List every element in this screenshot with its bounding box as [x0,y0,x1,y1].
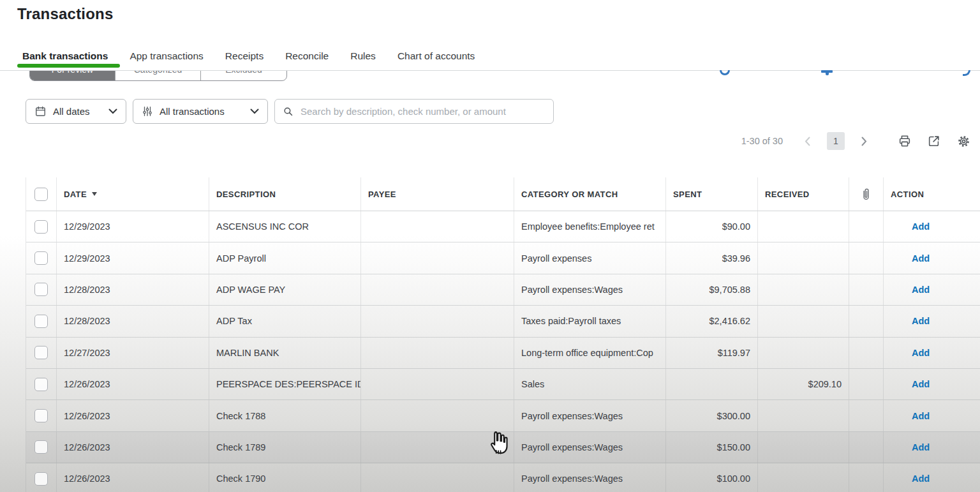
cell-description: Check 1790 [209,463,361,492]
row-checkbox[interactable] [34,472,48,486]
export-icon[interactable] [927,134,941,148]
cell-attachment [849,274,884,305]
row-checkbox[interactable] [34,409,48,422]
row-checkbox[interactable] [34,251,48,265]
cell-spent [666,369,758,399]
cell-received [758,274,849,305]
add-button[interactable]: Add [891,316,930,326]
chevron-right-icon[interactable] [861,137,867,146]
transaction-type-filter-dropdown[interactable]: All transactions [133,99,268,124]
cell-payee [361,242,514,273]
header-checkbox-cell [26,177,57,211]
select-all-checkbox[interactable] [34,188,48,201]
review-status-tabs-clipped: For reviewCategorizedExcluded [29,71,287,81]
cell-payee [361,274,514,305]
cell-category[interactable]: Taxes paid:Payroll taxes [514,306,666,336]
table-row: 12/29/2023 ADP Payroll Payroll expenses … [26,242,980,274]
nav-tab[interactable]: App transactions [130,50,203,62]
cell-category[interactable]: Payroll expenses:Wages [514,400,666,431]
cell-received [758,306,849,336]
review-status-tab[interactable]: For review [30,71,115,80]
add-button[interactable]: Add [891,473,930,484]
table-toolbar: 1-30 of 30 1 [741,130,971,152]
cell-date: 12/29/2023 [57,242,209,273]
table-row: 12/26/2023 Check 1789 Payroll expenses:W… [26,432,980,463]
cell-payee [361,338,514,368]
row-checkbox-cell [26,400,57,431]
cell-attachment [849,242,884,273]
cell-category[interactable]: Sales [514,369,666,399]
review-status-tab[interactable]: Excluded [201,71,286,80]
cell-action: Add [884,306,980,336]
row-checkbox-cell [26,211,57,242]
review-status-tab[interactable]: Categorized [115,71,201,80]
header-action: ACTION [884,177,980,211]
add-button[interactable]: Add [891,379,930,389]
cell-category[interactable]: Long-term office equipment:Cop [514,338,666,368]
cell-date: 12/26/2023 [57,369,209,399]
cell-action: Add [884,369,980,399]
cell-attachment [849,463,884,492]
cell-description: Check 1788 [209,400,361,431]
nav-tab[interactable]: Rules [350,50,376,62]
cell-payee [361,369,514,399]
date-filter-dropdown[interactable]: All dates [26,99,126,124]
cell-description: ADP Payroll [209,242,361,273]
table-row: 12/26/2023 PEERSPACE DES:PEERSPACE ID: S… [26,369,980,400]
triangle-down-icon [92,192,97,196]
print-button[interactable] [898,134,912,148]
row-checkbox[interactable] [34,346,48,359]
row-checkbox[interactable] [34,220,48,234]
cell-description: MARLIN BANK [209,338,361,368]
cell-description: ASCENSUS INC COR [209,211,361,242]
gear-icon[interactable] [956,134,971,149]
cell-category[interactable]: Payroll expenses:Wages [514,432,666,463]
nav-tab[interactable]: Receipts [225,50,264,62]
table-row: 12/29/2023 ASCENSUS INC COR Employee ben… [26,211,980,242]
add-button[interactable]: Add [891,253,930,264]
chevron-left-icon[interactable] [805,137,810,146]
tab-bar: Bank transactionsApp transactionsReceipt… [22,50,475,62]
cell-attachment [849,400,884,431]
cell-category[interactable]: Payroll expenses:Wages [514,463,666,492]
row-checkbox-cell [26,432,57,463]
cell-action: Add [884,242,980,273]
cell-received [758,463,849,492]
add-button[interactable]: Add [891,348,930,358]
row-checkbox-cell [26,306,57,336]
header-payee: PAYEE [361,177,514,211]
table-row: 12/28/2023 ADP Tax Taxes paid:Payroll ta… [26,306,980,337]
chevron-down-icon [108,108,117,114]
clipped-link-icon-stem [826,72,829,75]
cell-spent: $9,705.88 [666,274,758,305]
search-icon [283,106,293,117]
cell-payee [361,306,514,336]
row-checkbox-cell [26,242,57,273]
cell-description: ADP Tax [209,306,361,336]
cell-payee [361,463,514,492]
active-tab-indicator [17,64,120,68]
add-button[interactable]: Add [891,285,930,295]
cell-payee [361,211,514,242]
row-checkbox-cell [26,338,57,368]
add-button[interactable]: Add [891,411,930,421]
page-number-button[interactable]: 1 [827,132,845,150]
cell-category[interactable]: Employee benefits:Employee ret [514,211,666,242]
nav-tab[interactable]: Chart of accounts [397,50,475,62]
cell-spent: $119.97 [666,338,758,368]
cell-spent: $300.00 [666,400,758,431]
table-row: 12/28/2023 ADP WAGE PAY Payroll expenses… [26,274,980,306]
row-checkbox[interactable] [34,283,48,296]
search-input[interactable] [299,105,546,117]
nav-tab[interactable]: Bank transactions [22,50,108,62]
header-date[interactable]: DATE [57,177,209,211]
row-checkbox[interactable] [34,378,48,391]
add-button[interactable]: Add [891,442,930,452]
cell-category[interactable]: Payroll expenses:Wages [514,274,666,305]
cell-category[interactable]: Payroll expenses [514,242,666,273]
row-checkbox[interactable] [34,315,48,328]
add-button[interactable]: Add [891,221,930,232]
row-checkbox[interactable] [34,440,48,454]
search-box [274,99,554,124]
nav-tab[interactable]: Reconcile [285,50,329,62]
